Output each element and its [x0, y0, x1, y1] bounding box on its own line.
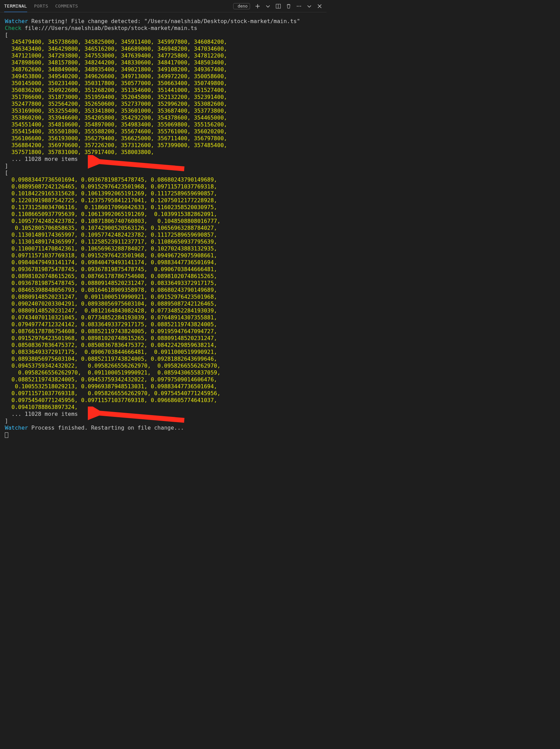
array-row: 348762600, 348849000, 348935400, 3490218… — [11, 66, 227, 73]
array-row: 0.09883447736501694, 0.09367819875478745… — [11, 176, 217, 183]
deno-label: deno — [238, 4, 248, 9]
array-row: 0.11000711470842361, 0.10656963288784027… — [11, 245, 217, 252]
array-row: 0.10184229165315628, 0.10613992065191269… — [11, 190, 217, 197]
new-terminal-button[interactable] — [255, 3, 260, 9]
array-row: 357571800, 357831000, 357917400, 3580038… — [11, 149, 154, 155]
array-row: 349453800, 349540200, 349626600, 3497130… — [11, 73, 227, 80]
array-row: 0.10957742482423782, 0.10871806740760803… — [11, 218, 220, 224]
close-icon — [317, 3, 322, 9]
watcher-restart-msg: Restarting! File change detected: "/User… — [28, 18, 300, 24]
array-row: 0.08809148520231247, 0.0812164843082428,… — [11, 307, 217, 314]
more-actions-button[interactable] — [296, 3, 302, 9]
array-row: 0.07434070110321045, 0.07734852284193039… — [11, 314, 217, 321]
array-row: 356884200, 356970600, 357226200, 3573126… — [11, 142, 227, 148]
check-label: Check — [5, 25, 21, 31]
split-terminal-dropdown[interactable] — [265, 3, 271, 9]
array-row: 356106600, 356193000, 356279400, 3566250… — [11, 135, 227, 142]
array-row: 0.08852119743824005, 0.09453759342432022… — [11, 376, 217, 383]
array-row: 353860200, 353946600, 354205800, 3542922… — [11, 114, 227, 121]
array-open: [ — [5, 170, 8, 176]
array-row: 0.09367819875478745, 0.09367819875478745… — [11, 266, 217, 273]
array-row: 353169000, 353255400, 353341800, 3536010… — [11, 107, 227, 114]
terminal-output[interactable]: Watcher Restarting! File change detected… — [0, 12, 326, 444]
array-row: 0.08981020748615265, 0.08766178786754608… — [11, 273, 217, 279]
array-row: 352477800, 352564200, 352650600, 3527370… — [11, 101, 227, 107]
array-row: 355415400, 355501800, 355588200, 3556746… — [11, 128, 227, 135]
chevron-down-icon — [265, 3, 271, 9]
array-row: 354551400, 354810600, 354897000, 3549834… — [11, 121, 227, 128]
array-row: 0.09711571037769318, 0.09152976423501968… — [11, 252, 217, 259]
svg-point-5 — [300, 6, 301, 6]
array-row: 0.1052805706858635, 0.10742900520563126,… — [11, 225, 217, 231]
svg-point-3 — [297, 6, 298, 6]
panel-tab-bar: TERMINAL PORTS COMMENTS deno — [0, 0, 326, 12]
array-row: 351786600, 351873000, 351959400, 3520458… — [11, 94, 227, 100]
plus-icon — [255, 3, 260, 9]
array-row: 0.09711571037769318, 0.0958266556262970,… — [11, 390, 220, 397]
array-close: ] — [5, 163, 8, 169]
split-icon — [276, 3, 281, 9]
array-row: 347898600, 348157800, 348244200, 3483306… — [11, 59, 227, 66]
ellipsis-icon — [296, 3, 302, 9]
trash-icon — [286, 3, 291, 9]
array-row: 0.08938056975603104, 0.08852119743824005… — [11, 356, 217, 362]
array-row: 0.08895087242126465, 0.09152976423501968… — [11, 183, 217, 190]
array-row: 0.09453759342432022, 0.0958266556262970,… — [11, 362, 220, 369]
array-row: 0.09840479493141174, 0.09840479493141174… — [11, 259, 217, 266]
maximize-panel-button[interactable] — [307, 3, 312, 9]
close-panel-button[interactable] — [317, 3, 322, 9]
array-row: 0.08465398848056793, 0.08164618909358978… — [11, 287, 217, 293]
array-row: 0.1005532518029213, 0.09969387948513031,… — [11, 383, 217, 390]
array-row: 0.11301489174365997, 0.11258523911237717… — [11, 238, 217, 245]
watcher-finished-msg: Process finished. Restarting on file cha… — [28, 424, 184, 431]
svg-point-4 — [299, 6, 299, 6]
terminal-cursor — [5, 432, 8, 438]
array-row: 345479400, 345738600, 345825000, 3459114… — [11, 39, 227, 45]
tab-comments[interactable]: COMMENTS — [55, 0, 78, 12]
array-row: 0.09367819875478745, 0.08809148520231247… — [11, 280, 217, 286]
array-row: 0.08508367836475372, 0.08508367836475372… — [11, 342, 217, 348]
array-row: 0.12203919887542725, 0.12375795841217041… — [11, 197, 217, 204]
array-row: 0.08766178786754608, 0.08852119743824005… — [11, 328, 217, 335]
more-items: ... 11028 more items — [11, 411, 78, 417]
watcher-label: Watcher — [5, 18, 28, 24]
array-row: 0.09024070203304291, 0.08938056975603104… — [11, 300, 217, 307]
more-items: ... 11028 more items — [11, 156, 78, 162]
array-row: 346343400, 346429800, 346516200, 3466890… — [11, 45, 227, 52]
array-row: 0.07949774712324142, 0.08336493372917175… — [11, 321, 217, 328]
kill-terminal-button[interactable] — [286, 3, 291, 9]
array-row: 0.11301489174365997, 0.10957742482423782… — [11, 232, 217, 238]
split-terminal-button[interactable] — [276, 3, 281, 9]
tab-ports[interactable]: PORTS — [34, 0, 49, 12]
array-row: 0.09152976423501968, 0.08981020748615265… — [11, 335, 217, 341]
panel-toolbar: deno — [233, 3, 322, 9]
array-row: 0.08336493372917175, 0.0906703844666481,… — [11, 349, 217, 355]
array-row: 0.09410788863897324, — [11, 404, 78, 410]
array-close: ] — [5, 418, 8, 424]
tab-terminal[interactable]: TERMINAL — [4, 0, 27, 12]
array-row: 0.0958266556262970, 0.0911000519990921, … — [11, 369, 220, 376]
terminal-profile-deno[interactable]: deno — [233, 3, 250, 9]
array-row: 0.08809148520231247, 0.0911000519990921,… — [11, 294, 217, 300]
array-row: 350836200, 350922600, 351268200, 3513546… — [11, 87, 227, 93]
check-path: file:///Users/naelshiab/Desktop/stock-ma… — [21, 25, 197, 31]
array-row: 0.11086650937795639, 0.10613992065191269… — [11, 211, 217, 217]
array-row: 0.11731258034706116, 0.1186017096042633,… — [11, 204, 217, 211]
array-open: [ — [5, 32, 8, 38]
array-row: 0.09754540771245956, 0.09711571037769318… — [11, 397, 217, 403]
array-row: 347121000, 347293800, 347553000, 3476394… — [11, 52, 227, 59]
watcher-label: Watcher — [5, 424, 28, 431]
chevron-down-icon — [307, 3, 312, 9]
array-row: 350145000, 350231400, 350317800, 3505770… — [11, 80, 227, 86]
